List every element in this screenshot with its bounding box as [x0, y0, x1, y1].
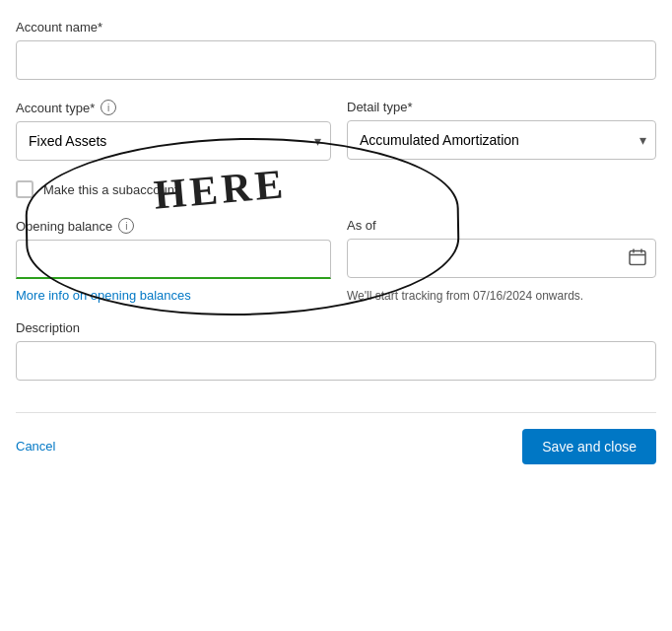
- save-button[interactable]: Save and close: [522, 429, 656, 464]
- tracking-text: We'll start tracking from 07/16/2024 onw…: [347, 289, 583, 303]
- opening-balance-label-row: Opening balance i: [16, 218, 331, 234]
- detail-type-label: Detail type*: [347, 100, 412, 114]
- as-of-col: As of 07/16/2024: [347, 218, 656, 278]
- account-type-label: Account type*: [16, 101, 95, 115]
- account-type-info-icon[interactable]: i: [101, 100, 116, 115]
- opening-balance-row: Opening balance i As of 07/16/2024: [16, 218, 656, 279]
- detail-type-select[interactable]: Accumulated Amortization Buildings Furni…: [347, 120, 656, 160]
- subaccount-label: Make this a subaccount: [43, 182, 178, 197]
- description-input[interactable]: [16, 341, 656, 381]
- bottom-bar: Cancel Save and close: [16, 412, 656, 464]
- tracking-text-col: We'll start tracking from 07/16/2024 onw…: [347, 287, 656, 305]
- description-section: Description: [16, 320, 656, 381]
- cancel-link[interactable]: Cancel: [16, 439, 55, 454]
- account-type-label-row: Account type* i: [16, 100, 331, 115]
- date-input-wrapper: 07/16/2024: [347, 239, 656, 278]
- more-info-link[interactable]: More info on opening balances: [16, 288, 191, 303]
- account-type-col: Account type* i Fixed Assets Current Ass…: [16, 100, 331, 161]
- subaccount-checkbox[interactable]: [16, 180, 34, 198]
- opening-balance-label: Opening balance: [16, 219, 112, 234]
- as-of-date-input[interactable]: 07/16/2024: [347, 239, 656, 278]
- detail-type-label-row: Detail type*: [347, 100, 656, 114]
- account-name-label: Account name*: [16, 20, 656, 35]
- description-label: Description: [16, 320, 656, 335]
- more-info-col: More info on opening balances: [16, 287, 331, 305]
- account-type-select[interactable]: Fixed Assets Current Assets Long Term Li…: [16, 121, 331, 161]
- opening-balance-input[interactable]: [16, 240, 331, 279]
- detail-type-col: Detail type* Accumulated Amortization Bu…: [347, 100, 656, 160]
- account-name-input[interactable]: [16, 40, 656, 80]
- as-of-label-row: As of: [347, 218, 656, 233]
- subaccount-row: Make this a subaccount: [16, 180, 656, 198]
- opening-balance-info-icon[interactable]: i: [118, 218, 134, 234]
- detail-type-select-wrapper: Accumulated Amortization Buildings Furni…: [347, 120, 656, 160]
- info-row: More info on opening balances We'll star…: [16, 287, 656, 305]
- account-name-section: Account name*: [16, 20, 656, 80]
- account-type-select-wrapper: Fixed Assets Current Assets Long Term Li…: [16, 121, 331, 161]
- opening-balance-col: Opening balance i: [16, 218, 331, 279]
- as-of-label: As of: [347, 218, 376, 233]
- type-row: Account type* i Fixed Assets Current Ass…: [16, 100, 656, 161]
